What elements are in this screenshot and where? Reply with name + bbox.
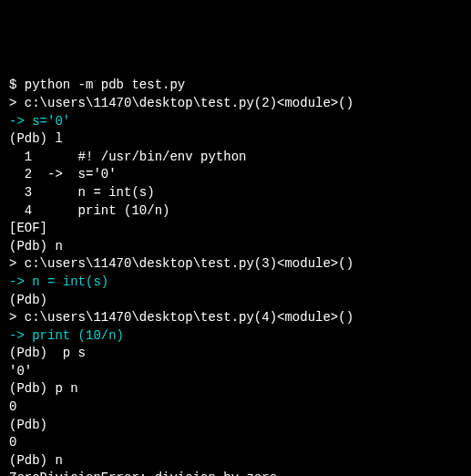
terminal-line: (Pdb) (9, 292, 462, 310)
terminal-line: (Pdb) n (9, 238, 462, 256)
terminal-line: 1 #! /usr/bin/env python (9, 149, 462, 167)
terminal-line: > c:\users\11470\desktop\test.py(3)<modu… (9, 255, 462, 274)
terminal-line: '0' (9, 363, 462, 381)
terminal-line: (Pdb) (9, 417, 462, 435)
terminal-line: 4 print (10/n) (9, 202, 462, 221)
terminal-line: 2 -> s='0' (9, 166, 462, 184)
terminal-line: 0 (9, 398, 462, 417)
terminal-line: 0 (9, 434, 462, 452)
terminal-line: > c:\users\11470\desktop\test.py(2)<modu… (9, 95, 462, 113)
terminal-line: > c:\users\11470\desktop\test.py(4)<modu… (9, 309, 462, 327)
terminal-line: -> print (10/n) (9, 327, 462, 346)
terminal-line: ZeroDivisionError: division by zero (9, 470, 462, 476)
terminal-line: (Pdb) p s (9, 345, 462, 363)
terminal-line: [EOF] (9, 220, 462, 238)
terminal-line: 3 n = int(s) (9, 184, 462, 202)
terminal-output[interactable]: $ python -m pdb test.py> c:\users\11470\… (9, 77, 462, 476)
terminal-line: $ python -m pdb test.py (9, 77, 462, 95)
terminal-line: (Pdb) n (9, 452, 462, 471)
terminal-line: (Pdb) p n (9, 380, 462, 398)
terminal-line: -> s='0' (9, 113, 462, 131)
terminal-line: (Pdb) l (9, 130, 462, 149)
terminal-line: -> n = int(s) (9, 274, 462, 292)
